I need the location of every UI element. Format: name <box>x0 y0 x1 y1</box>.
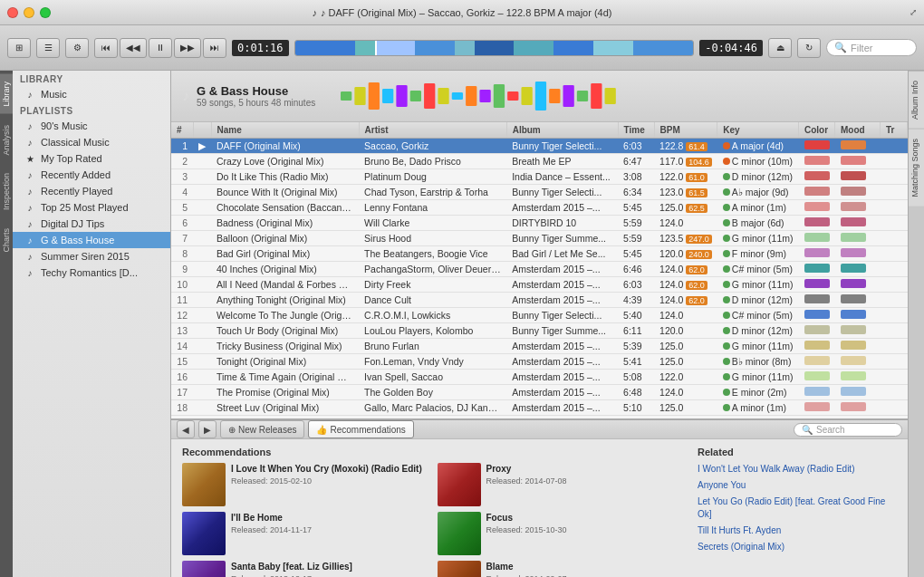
table-row[interactable]: 15 Tonight (Original Mix) Fon.Leman, Vnd… <box>171 354 908 370</box>
prev-button[interactable]: ⏮ <box>94 38 118 58</box>
sidebar-item-90s-music[interactable]: ♪ 90's Music <box>13 118 170 134</box>
forward-button-bottom[interactable]: ▶ <box>198 420 217 438</box>
close-button[interactable] <box>7 7 18 18</box>
side-tab-inspection[interactable]: Inspection <box>0 166 13 217</box>
col-time[interactable]: Time <box>618 122 654 139</box>
table-row[interactable]: 18 Street Luv (Original Mix) Gallo, Marc… <box>171 400 908 416</box>
recommendation-item[interactable]: Blame Released: 2014-09-07 <box>438 561 688 577</box>
related-item[interactable]: I Won't Let You Walk Away (Radio Edit) <box>698 463 897 476</box>
related-item[interactable]: Till It Hurts Ft. Ayden <box>698 524 897 537</box>
table-row[interactable]: 14 Tricky Business (Original Mix) Bruno … <box>171 339 908 354</box>
track-name[interactable]: DAFF (Original Mix) <box>211 139 359 154</box>
track-name[interactable]: 40 Inches (Original Mix) <box>211 262 359 277</box>
track-time: 6:03 <box>618 139 654 154</box>
rewind-button[interactable]: ◀◀ <box>120 38 147 58</box>
library-view-button[interactable]: ⊞ <box>7 38 31 58</box>
track-name[interactable]: Anything Tonight (Original Mix) <box>211 293 359 308</box>
sidebar-item-recently-played[interactable]: ♪ Recently Played <box>13 183 170 199</box>
loop-button[interactable]: ↻ <box>797 38 821 58</box>
track-number: 5 <box>171 200 193 216</box>
sidebar-item-summer-siren[interactable]: ♪ Summer Siren 2015 <box>13 248 170 264</box>
recommendation-item[interactable]: Focus Released: 2015-10-30 <box>438 512 688 555</box>
forward-button[interactable]: ▶▶ <box>174 38 201 58</box>
right-tab-matching-songs[interactable]: Matching Songs <box>909 129 924 207</box>
sidebar-item-recently-added[interactable]: ♪ Recently Added <box>13 167 170 183</box>
track-table: # Name Artist Album Time BPM Key Color M… <box>171 122 908 418</box>
track-name[interactable]: Tricky Business (Original Mix) <box>211 339 359 354</box>
related-item[interactable]: Anyone You <box>698 479 897 492</box>
col-mood[interactable]: Mood <box>835 122 881 139</box>
settings-button[interactable]: ⚙ <box>65 38 89 58</box>
track-name[interactable]: Do It Like This (Radio Mix) <box>211 169 359 185</box>
track-name[interactable]: Bad Girl (Original Mix) <box>211 246 359 262</box>
recommendation-item[interactable]: Proxy Released: 2014-07-08 <box>438 463 688 506</box>
minimize-button[interactable] <box>24 7 34 18</box>
eject-button[interactable]: ⏏ <box>768 38 792 58</box>
col-key[interactable]: Key <box>717 122 799 139</box>
track-name[interactable]: Balloon (Original Mix) <box>211 231 359 246</box>
related-item[interactable]: Secrets (Original Mix) <box>698 541 897 553</box>
related-item[interactable]: Let You Go (Radio Edit) [feat. Great Goo… <box>698 495 897 521</box>
track-name[interactable]: Crazy Love (Original Mix) <box>211 154 359 169</box>
table-row[interactable]: 17 The Promise (Original Mix) The Golden… <box>171 385 908 400</box>
recommendation-item[interactable]: Santa Baby [feat. Liz Gillies] Released:… <box>182 561 432 577</box>
progress-bar[interactable] <box>294 40 695 56</box>
track-name[interactable]: All I Need (Mandal & Forbes Remix) <box>211 277 359 293</box>
side-tab-charts[interactable]: Charts <box>0 221 13 260</box>
svg-rect-15 <box>549 89 560 103</box>
recommendations-tab[interactable]: 👍 Recommendations <box>308 420 413 438</box>
sidebar-item-g-bass-house[interactable]: ♪ G & Bass House <box>13 232 170 248</box>
pause-button[interactable]: ⏸ <box>149 38 172 58</box>
table-row[interactable]: 5 Chocolate Sensation (Baccanali D... Le… <box>171 200 908 216</box>
track-name[interactable]: The Promise (Original Mix) <box>211 385 359 400</box>
track-name[interactable]: Tonight (Original Mix) <box>211 354 359 370</box>
next-button[interactable]: ⏭ <box>203 38 226 58</box>
table-row[interactable]: 8 Bad Girl (Original Mix) The Beatangers… <box>171 246 908 262</box>
sidebar-item-techy-romantics[interactable]: ♪ Techy Romantics [D... <box>13 264 170 281</box>
resize-icon[interactable]: ⤢ <box>910 7 917 17</box>
table-row[interactable]: 6 Badness (Original Mix) Will Clarke DIR… <box>171 216 908 231</box>
track-name[interactable]: Chocolate Sensation (Baccanali D... <box>211 200 359 216</box>
track-tr <box>881 400 908 416</box>
sidebar-item-digital-dj[interactable]: ♪ Digital DJ Tips <box>13 216 170 232</box>
table-row[interactable]: 1 ▶ DAFF (Original Mix) Saccao, Gorkiz B… <box>171 139 908 154</box>
recommendation-item[interactable]: I'll Be Home Released: 2014-11-17 <box>182 512 432 555</box>
table-row[interactable]: 10 All I Need (Mandal & Forbes Remix) Di… <box>171 277 908 293</box>
bottom-search[interactable]: 🔍 Search <box>794 423 902 437</box>
new-releases-tab[interactable]: ⊕ New Releases <box>220 420 304 438</box>
table-row[interactable]: 7 Balloon (Original Mix) Sirus Hood Bunn… <box>171 231 908 246</box>
table-row[interactable]: 9 40 Inches (Original Mix) PachangaStorm… <box>171 262 908 277</box>
track-name[interactable]: Street Luv (Original Mix) <box>211 400 359 416</box>
track-name[interactable]: Welcome To The Jungle (Original ... <box>211 308 359 323</box>
table-row[interactable]: 13 Touch Ur Body (Original Mix) LouLou P… <box>171 323 908 339</box>
table-row[interactable]: 4 Bounce With It (Original Mix) Chad Tys… <box>171 185 908 200</box>
col-bpm[interactable]: BPM <box>654 122 717 139</box>
col-artist[interactable]: Artist <box>359 122 506 139</box>
table-row[interactable]: 3 Do It Like This (Radio Mix) Platinum D… <box>171 169 908 185</box>
table-row[interactable]: 2 Crazy Love (Original Mix) Bruno Be, Da… <box>171 154 908 169</box>
col-album[interactable]: Album <box>506 122 618 139</box>
track-tr <box>881 246 908 262</box>
sidebar-item-top25[interactable]: ♪ Top 25 Most Played <box>13 199 170 216</box>
side-tab-analysis[interactable]: Analysis <box>0 118 13 163</box>
browser-view-button[interactable]: ☰ <box>36 38 60 58</box>
sidebar-item-music[interactable]: ♪ Music <box>13 86 170 102</box>
col-color[interactable]: Color <box>799 122 835 139</box>
maximize-button[interactable] <box>40 7 51 18</box>
back-button[interactable]: ◀ <box>177 420 195 438</box>
right-tab-album-info[interactable]: Album Info <box>909 71 924 129</box>
table-row[interactable]: 12 Welcome To The Jungle (Original ... C… <box>171 308 908 323</box>
table-row[interactable]: 11 Anything Tonight (Original Mix) Dance… <box>171 293 908 308</box>
side-tab-library[interactable]: Library <box>0 74 13 114</box>
track-name[interactable]: Time & Time Again (Original Mix) <box>211 370 359 385</box>
col-name[interactable]: Name <box>211 122 359 139</box>
table-row[interactable]: 16 Time & Time Again (Original Mix) Ivan… <box>171 370 908 385</box>
sidebar-item-top-rated[interactable]: ★ My Top Rated <box>13 150 170 167</box>
filter-box[interactable]: 🔍 Filter <box>826 39 917 56</box>
track-name[interactable]: Bounce With It (Original Mix) <box>211 185 359 200</box>
track-tr <box>881 169 908 185</box>
recommendation-item[interactable]: I Love It When You Cry (Moxoki) (Radio E… <box>182 463 432 506</box>
track-name[interactable]: Badness (Original Mix) <box>211 216 359 231</box>
sidebar-item-classical[interactable]: ♪ Classical Music <box>13 134 170 150</box>
track-name[interactable]: Touch Ur Body (Original Mix) <box>211 323 359 339</box>
